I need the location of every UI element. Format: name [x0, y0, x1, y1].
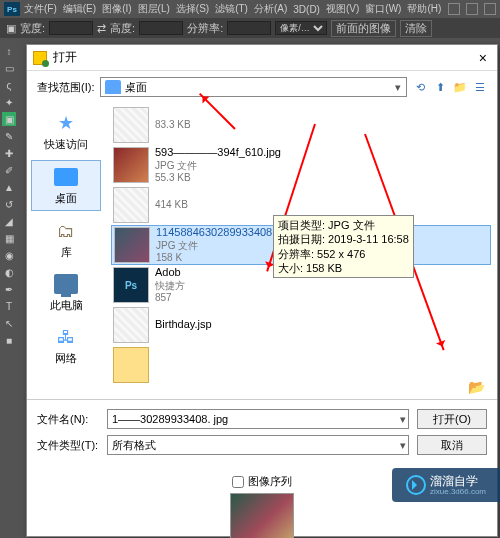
app-logo: Ps	[4, 2, 20, 16]
menu-layer[interactable]: 图层(L)	[136, 2, 172, 16]
filetype-label: 文件类型(T):	[37, 438, 99, 453]
menu-edit[interactable]: 编辑(E)	[61, 2, 98, 16]
file-type: JPG 文件	[155, 160, 281, 172]
sidebar-thispc[interactable]: 此电脑	[31, 268, 101, 317]
lasso-tool[interactable]: ς	[2, 78, 16, 92]
image-sequence-checkbox[interactable]	[232, 476, 244, 488]
file-thumb: Ps	[113, 267, 149, 303]
folder-icon	[105, 80, 121, 94]
open-icon	[33, 51, 47, 65]
height-label: 高度:	[110, 21, 135, 36]
open-dialog: 打开 × 查找范围(I): 桌面 ▾ ⟲ ⬆ 📁 ☰ ★ 快速访问 桌面	[26, 44, 498, 537]
tool-palette: ↕ ▭ ς ✦ ▣ ✎ ✚ ✐ ▲ ↺ ◢ ▦ ◉ ◐ ✒ T ↖ ■	[0, 40, 18, 538]
new-folder-icon[interactable]: 📁	[453, 81, 467, 94]
marquee-tool[interactable]: ▭	[2, 61, 16, 75]
dodge-tool[interactable]: ◐	[2, 265, 16, 279]
crop-icon: ▣	[6, 22, 16, 35]
height-input[interactable]	[139, 21, 183, 35]
filename-value: 1——30289933408. jpg	[112, 413, 228, 425]
cancel-button[interactable]: 取消	[417, 435, 487, 455]
file-type: 快捷方	[155, 280, 185, 292]
menu-view[interactable]: 视图(V)	[324, 2, 361, 16]
history-tool[interactable]: ↺	[2, 197, 16, 211]
menu-3d[interactable]: 3D(D)	[291, 4, 322, 15]
thispc-icon	[52, 272, 80, 296]
file-size: 83.3 KB	[155, 119, 191, 131]
menu-image[interactable]: 图像(I)	[100, 2, 133, 16]
arrange-icon[interactable]	[466, 3, 478, 15]
new-item-icon[interactable]: 📂	[467, 379, 485, 397]
file-row[interactable]	[111, 345, 491, 385]
close-icon[interactable]: ×	[475, 50, 491, 66]
width-input[interactable]	[49, 21, 93, 35]
resolution-label: 分辨率:	[187, 21, 223, 36]
desktop-icon	[52, 165, 80, 189]
options-bar: ▣ 宽度: ⇄ 高度: 分辨率: 像素/… 前面的图像 清除	[0, 18, 500, 38]
path-tool[interactable]: ↖	[2, 316, 16, 330]
views-icon[interactable]: ☰	[473, 81, 487, 94]
gradient-tool[interactable]: ▦	[2, 231, 16, 245]
file-thumb	[113, 107, 149, 143]
move-tool[interactable]: ↕	[2, 44, 16, 58]
file-type: JPG 文件	[156, 240, 290, 252]
pen-tool[interactable]: ✒	[2, 282, 16, 296]
open-button[interactable]: 打开(O)	[417, 409, 487, 429]
unit-select[interactable]: 像素/…	[275, 21, 327, 35]
sidebar-quick-access[interactable]: ★ 快速访问	[31, 107, 101, 156]
image-sequence-label: 图像序列	[248, 474, 292, 489]
sidebar-library[interactable]: 🗂 库	[31, 215, 101, 264]
lookin-value: 桌面	[125, 80, 390, 95]
arrange-icon[interactable]	[484, 3, 496, 15]
sidebar-item-label: 库	[61, 245, 72, 260]
file-name: Adob	[155, 266, 185, 279]
wand-tool[interactable]: ✦	[2, 95, 16, 109]
blur-tool[interactable]: ◉	[2, 248, 16, 262]
sidebar-desktop[interactable]: 桌面	[31, 160, 101, 211]
sidebar-item-label: 此电脑	[50, 298, 83, 313]
dialog-title: 打开	[53, 49, 77, 66]
file-tooltip: 项目类型: JPG 文件 拍摄日期: 2019-3-11 16:58 分辨率: …	[273, 215, 414, 278]
heal-tool[interactable]: ✚	[2, 146, 16, 160]
swap-icon[interactable]: ⇄	[97, 22, 106, 35]
brush-tool[interactable]: ✐	[2, 163, 16, 177]
menu-analyze[interactable]: 分析(A)	[252, 2, 289, 16]
arrange-icon[interactable]	[448, 3, 460, 15]
up-icon[interactable]: ⬆	[433, 81, 447, 94]
menu-help[interactable]: 帮助(H)	[405, 2, 443, 16]
file-size: 857	[155, 292, 185, 304]
file-thumb	[113, 147, 149, 183]
crop-tool[interactable]: ▣	[2, 112, 16, 126]
watermark-sub: zixue.3d66.com	[430, 487, 486, 496]
width-label: 宽度:	[20, 21, 45, 36]
sidebar-item-label: 网络	[55, 351, 77, 366]
back-icon[interactable]: ⟲	[413, 81, 427, 94]
lookin-combo[interactable]: 桌面 ▾	[100, 77, 407, 97]
file-name: 11458846302899334​08.jpg	[156, 226, 290, 239]
file-list[interactable]: 83.3 KB 593————394f_610.jpg JPG 文件 55.3 …	[105, 103, 497, 399]
filename-combo[interactable]: 1——30289933408. jpg ▾	[107, 409, 409, 429]
places-sidebar: ★ 快速访问 桌面 🗂 库 此电脑 🖧 网络	[27, 103, 105, 399]
file-row[interactable]: 83.3 KB	[111, 105, 491, 145]
filetype-value: 所有格式	[112, 438, 156, 453]
shape-tool[interactable]: ■	[2, 333, 16, 347]
sidebar-item-label: 桌面	[55, 191, 77, 206]
menu-window[interactable]: 窗口(W)	[363, 2, 403, 16]
play-icon	[406, 475, 426, 495]
menu-file[interactable]: 文件(F)	[22, 2, 59, 16]
chevron-down-icon: ▾	[390, 81, 406, 94]
file-size: 414 KB	[155, 199, 188, 211]
file-thumb	[113, 187, 149, 223]
resolution-input[interactable]	[227, 21, 271, 35]
preview-thumbnail	[230, 493, 294, 538]
stamp-tool[interactable]: ▲	[2, 180, 16, 194]
text-tool[interactable]: T	[2, 299, 16, 313]
menu-filter[interactable]: 滤镜(T)	[213, 2, 250, 16]
filetype-combo[interactable]: 所有格式 ▾	[107, 435, 409, 455]
lookin-row: 查找范围(I): 桌面 ▾ ⟲ ⬆ 📁 ☰	[27, 71, 497, 103]
clear-button[interactable]: 清除	[400, 20, 432, 37]
eyedropper-tool[interactable]: ✎	[2, 129, 16, 143]
menu-select[interactable]: 选择(S)	[174, 2, 211, 16]
sidebar-network[interactable]: 🖧 网络	[31, 321, 101, 370]
front-image-button[interactable]: 前面的图像	[331, 20, 396, 37]
eraser-tool[interactable]: ◢	[2, 214, 16, 228]
